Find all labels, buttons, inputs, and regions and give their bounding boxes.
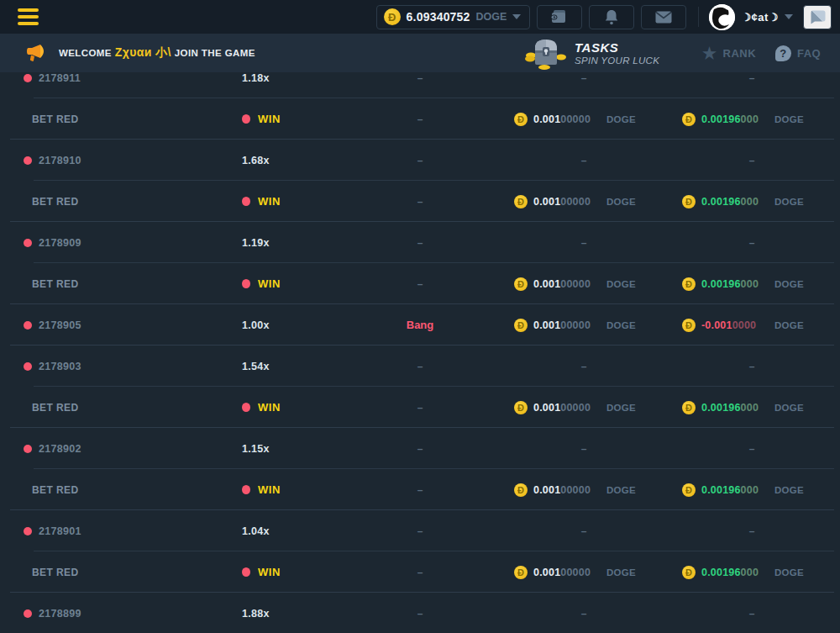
game-row[interactable]: 21789031.54x––– bbox=[0, 346, 840, 387]
empty-dash: – bbox=[581, 72, 587, 84]
empty-dash: – bbox=[417, 484, 423, 496]
bet-amount-cell: Đ0.00100000DOGE bbox=[514, 387, 636, 428]
empty-dash: – bbox=[749, 72, 755, 84]
game-id: 2178910 bbox=[39, 155, 81, 166]
round-cell: BET RED bbox=[24, 387, 78, 428]
chat-toggle-button[interactable] bbox=[803, 5, 832, 29]
promo-bar: WELCOMEΖχυαи 小\JOIN THE GAME TASKS SPIN … bbox=[0, 34, 840, 72]
empty-dash: – bbox=[417, 113, 423, 125]
notifications-button[interactable] bbox=[589, 5, 634, 29]
welcome-suffix: JOIN THE GAME bbox=[175, 48, 255, 58]
menu-button[interactable] bbox=[18, 8, 39, 25]
bet-row[interactable]: BET REDWIN–Đ0.00100000DOGEĐ0.00196000DOG… bbox=[0, 551, 840, 593]
game-row[interactable]: 21789111.18x––– bbox=[0, 72, 840, 98]
currency-label: DOGE bbox=[606, 114, 636, 124]
bet-amount-cell: – bbox=[542, 510, 626, 551]
doge-coin-icon: Đ bbox=[514, 277, 528, 291]
empty-dash: – bbox=[417, 567, 423, 578]
game-row[interactable]: 21788991.88x––– bbox=[0, 593, 840, 633]
red-dot-icon bbox=[24, 239, 32, 247]
faq-link[interactable]: ? FAQ bbox=[775, 45, 821, 61]
amount-value: 0.00100000 bbox=[533, 484, 596, 496]
result-cell: 1.54x bbox=[242, 346, 270, 387]
profit-cell: Đ0.00196000DOGE bbox=[682, 387, 804, 428]
game-row[interactable]: 21789101.68x––– bbox=[0, 140, 840, 181]
multiplier-value: 1.88x bbox=[242, 608, 270, 620]
tasks-subtitle: SPIN YOUR LUCK bbox=[575, 55, 659, 66]
round-cell: BET RED bbox=[24, 98, 78, 140]
empty-dash: – bbox=[417, 443, 423, 455]
bet-type-label: BET RED bbox=[32, 113, 78, 125]
amount-value: 0.00196000 bbox=[701, 567, 764, 578]
empty-dash: – bbox=[417, 525, 423, 537]
amount-value: 0.00196000 bbox=[701, 196, 764, 208]
bet-row[interactable]: BET REDWIN–Đ0.00100000DOGEĐ0.00196000DOG… bbox=[0, 181, 840, 222]
topbar-right: Đ 6.09340752 DOGE bbox=[376, 4, 832, 30]
rank-link[interactable]: ★ RANK bbox=[702, 45, 756, 61]
bang-row[interactable]: 21789051.00xBangĐ0.00100000DOGEĐ-0.00100… bbox=[0, 304, 840, 346]
tasks-title: TASKS bbox=[575, 40, 659, 55]
bet-type-label: BET RED bbox=[32, 484, 78, 496]
bet-row[interactable]: BET REDWIN–Đ0.00100000DOGEĐ0.00196000DOG… bbox=[0, 469, 840, 510]
round-cell: BET RED bbox=[24, 181, 78, 222]
bet-amount-cell: – bbox=[542, 428, 626, 469]
amount-value: 0.00100000 bbox=[533, 196, 596, 208]
chevron-down-icon bbox=[512, 14, 521, 19]
empty-dash: – bbox=[417, 361, 423, 372]
wallet-button[interactable] bbox=[537, 5, 582, 29]
round-cell: 2178911 bbox=[24, 72, 81, 98]
empty-dash: – bbox=[749, 443, 755, 455]
topbar-separator bbox=[698, 7, 699, 27]
result-cell: 1.04x bbox=[242, 510, 270, 551]
middle-cell: – bbox=[370, 510, 470, 551]
bet-row[interactable]: BET REDWIN–Đ0.00100000DOGEĐ0.00196000DOG… bbox=[0, 387, 840, 428]
red-dot-icon bbox=[242, 567, 250, 577]
game-row[interactable]: 21789091.19x––– bbox=[0, 222, 840, 263]
messages-button[interactable] bbox=[641, 5, 686, 29]
bang-label: Bang bbox=[407, 319, 434, 331]
round-cell: 2178909 bbox=[24, 222, 81, 263]
win-label: WIN bbox=[258, 566, 281, 578]
question-icon: ? bbox=[775, 45, 791, 61]
win-result: WIN bbox=[242, 483, 281, 496]
game-row[interactable]: 21789021.15x––– bbox=[0, 428, 840, 469]
user-menu[interactable]: ☽¢at☽ bbox=[709, 4, 793, 30]
middle-cell: – bbox=[370, 181, 470, 222]
empty-dash: – bbox=[417, 155, 423, 166]
empty-dash: – bbox=[581, 608, 587, 620]
empty-dash: – bbox=[749, 237, 755, 249]
result-cell: 1.15x bbox=[242, 428, 270, 469]
doge-coin-icon: Đ bbox=[384, 8, 401, 25]
empty-dash: – bbox=[581, 155, 587, 166]
welcome-prefix: WELCOME bbox=[59, 48, 112, 58]
currency-label: DOGE bbox=[774, 485, 804, 495]
empty-dash: – bbox=[749, 155, 755, 166]
multiplier-value: 1.04x bbox=[242, 525, 270, 537]
bet-row[interactable]: BET REDWIN–Đ0.00100000DOGEĐ0.00196000DOG… bbox=[0, 98, 840, 140]
crash-game-page: Đ 6.09340752 DOGE bbox=[0, 0, 840, 633]
bet-type-label: BET RED bbox=[32, 278, 78, 290]
doge-coin-icon: Đ bbox=[682, 483, 696, 497]
bet-amount-cell: Đ0.00100000DOGE bbox=[514, 263, 636, 304]
currency-label: DOGE bbox=[606, 403, 636, 413]
red-dot-icon bbox=[24, 609, 32, 618]
tasks-banner[interactable]: TASKS SPIN YOUR LUCK bbox=[524, 36, 659, 70]
middle-cell: – bbox=[370, 222, 470, 263]
profit-cell: Đ-0.0010000DOGE bbox=[682, 304, 804, 346]
currency-label: DOGE bbox=[606, 567, 636, 578]
profit-cell: – bbox=[710, 428, 794, 469]
amount-value: -0.0010000 bbox=[701, 319, 764, 331]
bet-row[interactable]: BET REDWIN–Đ0.00100000DOGEĐ0.00196000DOG… bbox=[0, 263, 840, 304]
profit-cell: – bbox=[710, 593, 794, 633]
game-id: 2178905 bbox=[39, 319, 81, 331]
currency-label: DOGE bbox=[774, 567, 804, 578]
red-dot-icon bbox=[242, 485, 250, 494]
game-row[interactable]: 21789011.04x––– bbox=[0, 510, 840, 551]
win-result: WIN bbox=[242, 195, 281, 208]
win-result: WIN bbox=[242, 113, 281, 125]
username-label: ☽¢at☽ bbox=[741, 11, 779, 24]
treasure-chest-icon bbox=[524, 36, 568, 70]
balance-selector[interactable]: Đ 6.09340752 DOGE bbox=[376, 5, 531, 29]
middle-cell: – bbox=[370, 98, 470, 140]
win-result: WIN bbox=[242, 401, 281, 414]
